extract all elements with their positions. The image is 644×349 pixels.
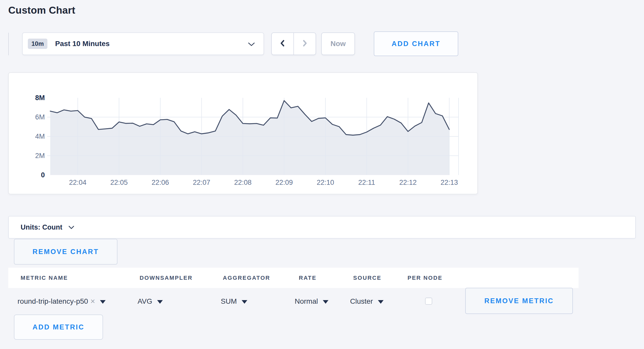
metric-name-select[interactable]: round-trip-latency-p50 ×	[18, 288, 106, 315]
svg-text:22:10: 22:10	[317, 179, 334, 186]
svg-text:4M: 4M	[35, 133, 45, 140]
time-range-select[interactable]: 10m Past 10 Minutes	[22, 32, 264, 55]
col-header-aggregator: AGGREGATOR	[223, 275, 270, 281]
rate-select[interactable]: Normal	[295, 288, 328, 315]
col-header-source: SOURCE	[353, 275, 382, 281]
page-title: Custom Chart	[8, 5, 75, 16]
caret-down-icon	[378, 300, 384, 304]
svg-text:22:09: 22:09	[275, 179, 293, 186]
svg-text:22:12: 22:12	[399, 179, 417, 186]
svg-text:22:05: 22:05	[110, 179, 128, 186]
aggregator-select[interactable]: SUM	[221, 288, 247, 315]
time-range-badge: 10m	[28, 39, 47, 49]
svg-text:6M: 6M	[35, 113, 45, 121]
metric-name-value: round-trip-latency-p50	[18, 297, 88, 306]
step-forward-button[interactable]	[294, 33, 316, 55]
svg-text:22:11: 22:11	[358, 179, 375, 186]
chevron-left-icon	[278, 39, 287, 49]
svg-text:22:08: 22:08	[234, 179, 252, 186]
col-header-downsampler: DOWNSAMPLER	[140, 275, 193, 281]
time-range-label: Past 10 Minutes	[55, 40, 110, 48]
downsampler-select[interactable]: AVG	[138, 288, 163, 315]
svg-text:22:06: 22:06	[152, 179, 169, 186]
per-node-checkbox[interactable]	[425, 298, 432, 305]
source-select[interactable]: Cluster	[350, 288, 384, 315]
col-header-per-node: PER NODE	[408, 275, 443, 281]
caret-down-icon	[242, 300, 247, 304]
svg-text:8M: 8M	[35, 94, 45, 102]
svg-text:2M: 2M	[35, 152, 45, 160]
close-icon[interactable]: ×	[90, 297, 95, 306]
metrics-area-chart: 02M4M6M8M22:0422:0522:0622:0722:0822:092…	[8, 72, 478, 194]
svg-text:22:07: 22:07	[193, 179, 210, 186]
chevron-down-icon	[248, 42, 255, 48]
chevron-down-icon	[69, 226, 74, 230]
chevron-right-icon	[300, 39, 309, 49]
chart-card: 02M4M6M8M22:0422:0522:0622:0722:0822:092…	[8, 72, 478, 194]
aggregator-value: SUM	[221, 297, 237, 306]
add-metric-button[interactable]: ADD METRIC	[14, 315, 103, 340]
metric-row: round-trip-latency-p50 × AVG SUM Normal …	[8, 288, 636, 315]
time-step-nav	[271, 32, 316, 55]
step-back-button[interactable]	[272, 33, 294, 55]
remove-metric-button[interactable]: REMOVE METRIC	[465, 288, 573, 314]
now-button[interactable]: Now	[321, 32, 355, 55]
remove-chart-button[interactable]: REMOVE CHART	[14, 239, 117, 265]
caret-down-icon	[157, 300, 163, 304]
downsampler-value: AVG	[138, 297, 152, 306]
source-value: Cluster	[350, 297, 373, 306]
caret-down-icon	[323, 300, 328, 304]
col-header-metric-name: METRIC NAME	[21, 275, 68, 281]
svg-text:0: 0	[41, 171, 45, 179]
rate-value: Normal	[295, 297, 318, 306]
units-select-label: Units: Count	[21, 223, 62, 231]
caret-down-icon	[100, 300, 106, 304]
col-header-rate: RATE	[299, 275, 317, 281]
toolbar-left-divider	[8, 33, 9, 55]
svg-text:22:04: 22:04	[69, 179, 87, 186]
add-chart-button[interactable]: ADD CHART	[374, 31, 458, 56]
units-select[interactable]: Units: Count	[8, 216, 636, 239]
metrics-table-header: METRIC NAME DOWNSAMPLER AGGREGATOR RATE …	[8, 268, 579, 288]
svg-text:22:13: 22:13	[440, 179, 458, 186]
